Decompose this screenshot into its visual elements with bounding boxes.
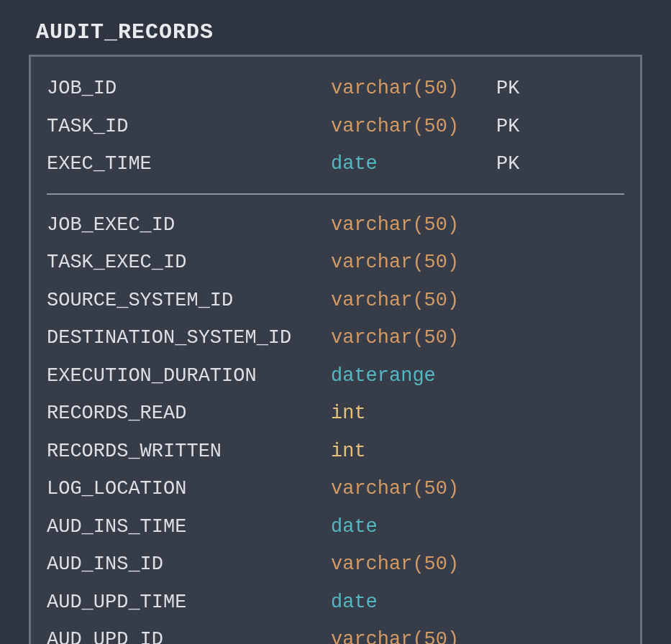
field-row: AUD_INS_IDvarchar(50): [47, 546, 624, 584]
field-type: varchar(50): [331, 112, 496, 142]
field-type: daterange: [331, 362, 496, 391]
field-name: EXEC_TIME: [47, 150, 331, 179]
field-row: LOG_LOCATIONvarchar(50): [47, 470, 624, 508]
entity-card: AUDIT_RECORDS JOB_IDvarchar(50)PKTASK_ID…: [29, 14, 642, 644]
field-type: varchar(50): [331, 474, 496, 504]
field-row: EXEC_TIMEdatePK: [47, 145, 624, 183]
field-key: PK: [496, 150, 539, 179]
field-type: varchar(50): [331, 211, 496, 240]
field-row: EXECUTION_DURATIONdaterange: [47, 357, 624, 395]
field-row: RECORDS_WRITTENint: [47, 433, 624, 471]
field-type: date: [331, 588, 496, 617]
fields-section: JOB_EXEC_IDvarchar(50)TASK_EXEC_IDvarcha…: [47, 206, 624, 645]
field-row: AUD_UPD_IDvarchar(50): [47, 621, 624, 644]
field-name: EXECUTION_DURATION: [47, 362, 331, 391]
field-name: TASK_EXEC_ID: [47, 248, 331, 277]
field-type: date: [331, 150, 496, 179]
field-row: JOB_IDvarchar(50)PK: [47, 70, 624, 108]
field-type: varchar(50): [331, 625, 496, 644]
field-type: varchar(50): [331, 550, 496, 579]
field-name: AUD_INS_TIME: [47, 512, 331, 542]
entity-body: JOB_IDvarchar(50)PKTASK_IDvarchar(50)PKE…: [29, 55, 642, 644]
field-type: int: [331, 437, 496, 466]
field-key: PK: [496, 74, 539, 104]
field-row: DESTINATION_SYSTEM_IDvarchar(50): [47, 319, 624, 357]
field-name: RECORDS_READ: [47, 399, 331, 428]
field-type: int: [331, 399, 496, 428]
field-name: LOG_LOCATION: [47, 474, 331, 504]
primary-keys-section: JOB_IDvarchar(50)PKTASK_IDvarchar(50)PKE…: [47, 70, 624, 183]
field-name: JOB_EXEC_ID: [47, 211, 331, 240]
field-name: DESTINATION_SYSTEM_ID: [47, 323, 331, 353]
field-row: SOURCE_SYSTEM_IDvarchar(50): [47, 282, 624, 320]
field-type: date: [331, 512, 496, 542]
field-type: varchar(50): [331, 248, 496, 277]
field-row: TASK_IDvarchar(50)PK: [47, 108, 624, 146]
field-key: PK: [496, 112, 539, 142]
field-row: JOB_EXEC_IDvarchar(50): [47, 206, 624, 244]
field-name: AUD_UPD_TIME: [47, 588, 331, 617]
field-name: AUD_INS_ID: [47, 550, 331, 579]
field-row: AUD_INS_TIMEdate: [47, 508, 624, 546]
field-type: varchar(50): [331, 286, 496, 316]
field-type: varchar(50): [331, 74, 496, 104]
field-row: TASK_EXEC_IDvarchar(50): [47, 244, 624, 282]
field-name: RECORDS_WRITTEN: [47, 437, 331, 466]
field-name: TASK_ID: [47, 112, 331, 142]
entity-title: AUDIT_RECORDS: [29, 14, 642, 55]
field-name: JOB_ID: [47, 74, 331, 104]
field-row: RECORDS_READint: [47, 395, 624, 433]
section-divider: [47, 193, 624, 195]
field-row: AUD_UPD_TIMEdate: [47, 584, 624, 622]
field-type: varchar(50): [331, 323, 496, 353]
field-name: SOURCE_SYSTEM_ID: [47, 286, 331, 316]
field-name: AUD_UPD_ID: [47, 625, 331, 644]
